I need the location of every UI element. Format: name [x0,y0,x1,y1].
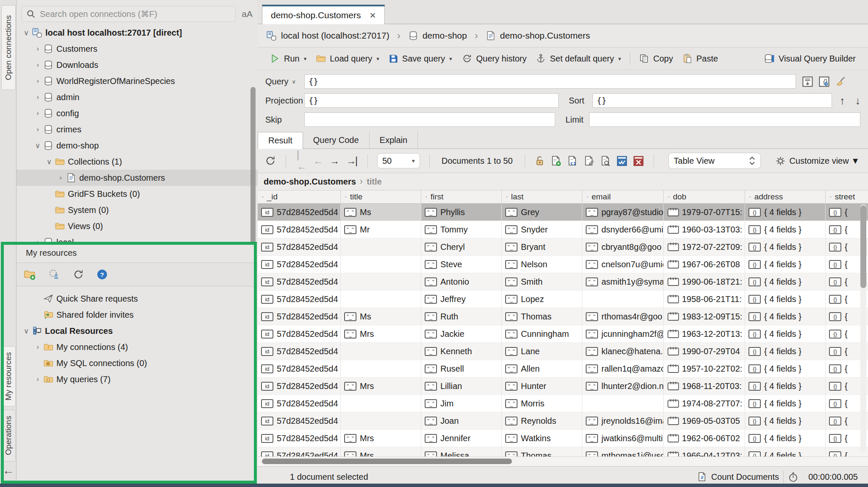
cell-first[interactable]: "_"Tommy [421,221,502,238]
search-input[interactable]: Search open connections (⌘F) [22,6,236,22]
tree-item-quick-share-requests[interactable]: Quick Share requests [17,291,258,307]
set-default-query-button[interactable]: Set default query▾ [531,52,626,65]
table-horizontal-scrollbar[interactable] [258,456,868,466]
cell-id[interactable]: id57d28452ed5d4 [258,343,341,360]
cell-address[interactable]: {}{ 4 fields } [745,238,826,255]
breadcrumb-database[interactable]: demo-shop [423,31,467,41]
tree-item-shared-folder-invites[interactable]: Shared folder invites [17,307,258,323]
close-icon[interactable]: ✕ [369,11,376,20]
tree-item-config[interactable]: ›config [17,105,258,121]
breadcrumb-collection[interactable]: demo-shop.Customers [500,31,590,41]
cell-address[interactable]: {}{ 4 fields } [745,412,826,429]
chevron-right-icon[interactable]: › [32,109,43,118]
cell-last[interactable]: "_"Bryant [502,238,582,255]
tree-item-downloads[interactable]: ›Downloads [17,57,258,73]
cell-address[interactable]: {}{ 4 fields } [745,343,826,360]
cell-dob[interactable]: 1957-10-22T02: [664,360,745,377]
cell-email[interactable]: "_"jcunningham2f@ [582,325,664,342]
run-button[interactable]: Run▾ [265,52,311,65]
cell-title[interactable]: "_"Ms [341,204,421,221]
prev-page-button[interactable]: ← [313,155,322,167]
table-row[interactable]: id57d28452ed5d4"_"Rusell"_"Allen"_"ralle… [258,360,868,378]
cell-id[interactable]: id57d28452ed5d4 [258,273,341,290]
user-gear-icon[interactable] [48,268,61,281]
cell-title[interactable]: "_"Mr [341,221,421,238]
table-row[interactable]: id57d28452ed5d4"_"Jim"_"Morris1974-08-27… [258,395,868,412]
sort-ascending-button[interactable]: ↑ [840,95,845,107]
query-settings-button[interactable]: {} [818,76,830,87]
table-vertical-scrollbar[interactable] [860,204,866,452]
chevron-right-icon[interactable]: › [32,375,43,383]
cell-title[interactable] [341,412,421,429]
cell-email[interactable]: "_"cbryant8g@goo [582,238,664,255]
cell-dob[interactable]: 1966-04-12T03: [664,447,745,456]
breadcrumb-connection[interactable]: local host (localhost:27017) [281,31,389,41]
chevron-down-icon[interactable]: ∨ [44,157,55,166]
column-header-first[interactable]: ·first [421,190,502,203]
cell-id[interactable]: id57d28452ed5d4 [258,204,341,221]
cell-email[interactable]: "_"rallen1q@amazo [582,360,664,377]
tree-item-gridfs-buckets-0[interactable]: GridFS Buckets (0) [17,186,258,202]
query-input[interactable] [304,74,796,89]
cell-address[interactable]: {}{ 4 fields } [745,378,826,395]
tree-item-crimes[interactable]: ›crimes [17,121,258,137]
page-size-select[interactable]: 50 ▾ [377,153,420,168]
collapse-sidebar-button[interactable]: ← [3,464,14,477]
table-row[interactable]: id57d28452ed5d4"_"Mr"_"Tommy"_"Snyder"_"… [258,221,868,238]
limit-input[interactable] [589,112,860,127]
cell-email[interactable]: "_"mthomas1i@uso [582,447,664,456]
cell-id[interactable]: id57d28452ed5d4 [258,378,341,395]
refresh-icon[interactable] [72,269,84,280]
cell-last[interactable]: "_"Thomas [502,447,582,456]
cell-address[interactable]: {}{ 4 fields } [745,221,826,238]
tree-item-local[interactable]: ›local [17,234,258,243]
cell-first[interactable]: "_"Kenneth [421,343,502,360]
cell-last[interactable]: "_"Allen [502,360,582,377]
cell-title[interactable] [341,343,421,360]
cell-last[interactable]: "_"Watkins [502,430,582,447]
sort-input[interactable] [593,93,832,108]
column-header-street[interactable]: ·street [826,190,868,203]
column-header-last[interactable]: ·last [502,190,582,203]
cell-title[interactable] [341,360,421,377]
customize-view-button[interactable]: Customize view ▼ [775,156,860,166]
cell-title[interactable]: "_"Mrs [341,378,421,395]
scrollbar-thumb[interactable] [860,205,866,288]
cell-dob[interactable]: 1960-03-13T03: [664,221,745,238]
tree-item-my-sql-connections-0[interactable]: My SQL connections (0) [17,355,258,371]
last-page-button[interactable]: →| [346,155,357,167]
cell-address[interactable]: {}{ 4 fields } [745,360,826,377]
cell-last[interactable]: "_"Smith [502,273,582,290]
tree-item-local-host-localhost-27017-direct[interactable]: ∨local host localhost:27017 [direct] [17,25,258,41]
chevron-down-icon[interactable]: ∨ [32,141,43,150]
cell-first[interactable]: "_"Jackie [421,325,502,342]
column-header-id[interactable]: ·_id [258,190,341,203]
sidebar-tab-open-connections[interactable]: Open connections [1,5,16,90]
cell-first[interactable]: "_"Melissa [421,447,502,456]
cell-title[interactable]: "_"Mrs [341,430,421,447]
view-document-button[interactable] [600,155,611,167]
chevron-right-icon[interactable]: › [32,61,43,69]
chevron-right-icon[interactable]: › [32,238,43,243]
column-header-address[interactable]: ·address [745,190,826,203]
cell-first[interactable]: "_"Jennifer [421,430,502,447]
cell-address[interactable]: {}{ 4 fields } [745,447,826,456]
sidebar-tab-operations[interactable]: Operations [1,410,16,462]
cell-id[interactable]: id57d28452ed5d4 [258,430,341,447]
cell-first[interactable]: "_"Joan [421,412,502,429]
cell-email[interactable]: "_"klanec@hatena.r [582,343,664,360]
projection-input[interactable] [304,93,559,108]
tree-item-collections-1[interactable]: ∨Collections (1) [17,154,258,170]
cell-address[interactable]: {}{ 4 fields } [745,308,826,325]
table-row[interactable]: id57d28452ed5d4"_"Mrs"_"Jackie"_"Cunning… [258,325,868,343]
table-row[interactable]: id57d28452ed5d4"_"Jeffrey"_"Lopez1958-06… [258,291,868,308]
cell-first[interactable]: "_"Rusell [421,360,502,377]
chevron-down-icon[interactable]: ∨ [292,78,296,85]
chevron-right-icon[interactable]: › [32,45,43,53]
document-json-button[interactable] [567,155,578,167]
cell-email[interactable]: "_"pgray87@studio [582,204,664,221]
cell-address[interactable]: {}{ 4 fields } [745,395,826,412]
cell-id[interactable]: id57d28452ed5d4 [258,395,341,412]
table-row[interactable]: id57d28452ed5d4"_"Ms"_"Ruth"_"Thomas"_"r… [258,308,868,325]
cell-dob[interactable]: 1967-06-26T08 [664,256,745,273]
